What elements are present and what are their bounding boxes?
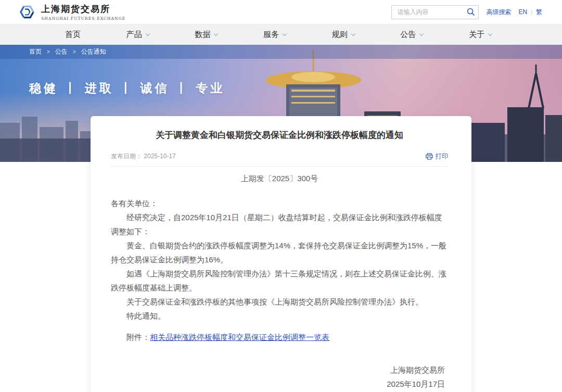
- breadcrumb-announcements[interactable]: 公告: [55, 47, 68, 56]
- article-paragraph: 如遇《上海期货交易所风险控制管理办法》第十三条规定情况，则在上述交易保证金比例、…: [111, 267, 448, 295]
- breadcrumb-separator: >: [47, 49, 50, 55]
- banner-slogan: 稳健 丨 进取 丨 诚信 丨 专业: [29, 80, 225, 96]
- chevron-down-icon: [351, 31, 355, 35]
- shfe-logo[interactable]: 上海期货交易所 SHANGHAI FUTURES EXCHANGE: [18, 3, 125, 21]
- nav-item-label: 规则: [332, 30, 348, 40]
- chevron-down-icon: [214, 31, 218, 35]
- nav-item-services[interactable]: 服务: [263, 30, 286, 40]
- attachment-label: 附件：: [126, 333, 150, 342]
- print-button[interactable]: 打印: [426, 152, 448, 161]
- nav-item-label: 关于: [469, 30, 484, 40]
- shfe-hexagon-logo-icon: [18, 3, 36, 21]
- lang-traditional-link[interactable]: 繁: [536, 8, 542, 17]
- language-switcher: EN | 繁: [518, 8, 542, 17]
- breadcrumb-separator: >: [73, 49, 76, 55]
- article-paragraph: 各有关单位：: [111, 196, 448, 210]
- header-utilities: 高级搜索 EN | 繁: [391, 5, 542, 19]
- article-paragraph: 黄金、白银期货合约的涨跌停板幅度调整为14%，套保持仓交易保证金比例调整为15%…: [111, 238, 448, 267]
- article-body: 各有关单位： 经研究决定，自2025年10月21日（星期二）收盘结算时起，交易保…: [111, 196, 448, 323]
- nav-item-label: 数据: [195, 30, 210, 40]
- chevron-down-icon: [145, 31, 149, 35]
- print-label: 打印: [436, 152, 448, 161]
- signature-block: 上海期货交易所 2025年10月17日: [111, 363, 448, 391]
- nav-item-rules[interactable]: 规则: [332, 30, 355, 40]
- publish-date-label: 发布日期：: [111, 153, 144, 160]
- signature-org: 上海期货交易所: [111, 363, 445, 377]
- breadcrumb-notices: 公告通知: [81, 47, 106, 56]
- top-header: 上海期货交易所 SHANGHAI FUTURES EXCHANGE 高级搜索 E…: [0, 0, 562, 24]
- search-icon[interactable]: [467, 8, 475, 16]
- document-number: 上期发〔2025〕300号: [111, 174, 448, 184]
- logo-title: 上海期货交易所: [41, 3, 125, 15]
- attachment-row: 附件：相关品种涨跌停板幅度和交易保证金比例调整一览表: [111, 330, 448, 344]
- search-box: [391, 5, 479, 19]
- publish-date-value: 2025-10-17: [144, 153, 175, 160]
- nav-item-label: 产品: [126, 30, 142, 40]
- nav-item-about[interactable]: 关于: [469, 30, 492, 40]
- chevron-down-icon: [488, 31, 492, 35]
- article-meta: 发布日期： 2025-10-17 打印: [111, 152, 448, 161]
- lang-en-link[interactable]: EN: [518, 8, 527, 16]
- nav-item-home[interactable]: 首页: [65, 30, 81, 40]
- signature-date: 2025年10月17日: [111, 377, 445, 391]
- article-paragraph: 经研究决定，自2025年10月21日（星期二）收盘结算时起，交易保证金比例和涨跌…: [111, 210, 448, 238]
- nav-item-data[interactable]: 数据: [195, 30, 218, 40]
- nav-item-products[interactable]: 产品: [126, 30, 149, 40]
- printer-icon: [426, 153, 433, 160]
- breadcrumb-home[interactable]: 首页: [29, 47, 42, 56]
- search-input[interactable]: [391, 5, 479, 19]
- logo-subtitle: SHANGHAI FUTURES EXCHANGE: [41, 16, 125, 21]
- attachment-link[interactable]: 相关品种涨跌停板幅度和交易保证金比例调整一览表: [150, 333, 329, 342]
- publish-date: 发布日期： 2025-10-17: [111, 152, 176, 161]
- nav-item-label: 公告: [400, 30, 416, 40]
- nav-item-label: 首页: [65, 30, 81, 40]
- page-title: 关于调整黄金和白银期货交易保证金比例和涨跌停板幅度的通知: [111, 130, 448, 141]
- chevron-down-icon: [283, 31, 287, 35]
- article-paragraph: 关于交易保证金和涨跌停板的其他事项按《上海期货交易所风险控制管理办法》执行。: [111, 295, 448, 309]
- nav-item-announcements[interactable]: 公告: [400, 30, 423, 40]
- article-card: 关于调整黄金和白银期货交易保证金比例和涨跌停板幅度的通知 发布日期： 2025-…: [91, 116, 471, 392]
- chevron-down-icon: [419, 31, 424, 35]
- meta-divider: [111, 166, 448, 167]
- article-paragraph: 特此通知。: [111, 309, 448, 323]
- main-nav: 首页 产品 数据 服务 规则 公告 关于: [0, 24, 562, 45]
- lang-divider: |: [531, 9, 532, 15]
- logo-text: 上海期货交易所 SHANGHAI FUTURES EXCHANGE: [41, 3, 125, 21]
- breadcrumb: 首页 > 公告 > 公告通知: [0, 45, 562, 59]
- advanced-search-link[interactable]: 高级搜索: [486, 8, 511, 17]
- nav-item-label: 服务: [263, 30, 279, 40]
